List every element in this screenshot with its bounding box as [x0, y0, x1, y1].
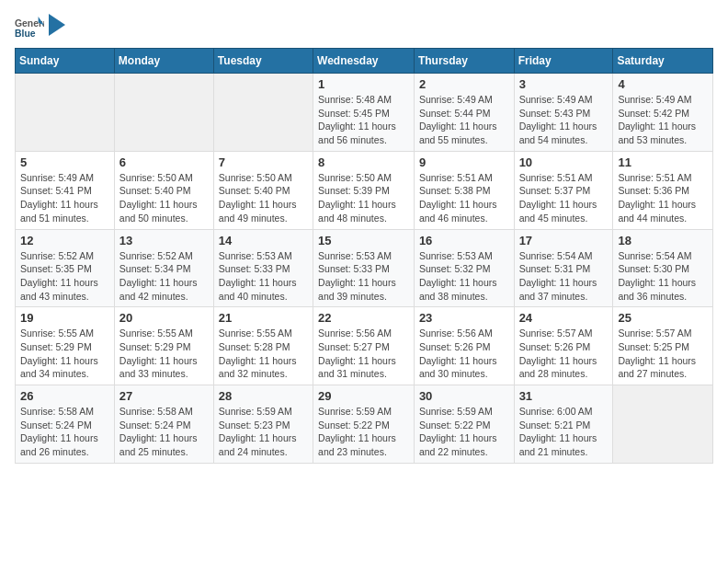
day-info: Sunrise: 5:59 AM Sunset: 5:22 PM Dayligh…: [318, 405, 409, 459]
day-info: Sunrise: 5:51 AM Sunset: 5:37 PM Dayligh…: [519, 171, 609, 225]
day-info: Sunrise: 5:58 AM Sunset: 5:24 PM Dayligh…: [119, 405, 209, 459]
day-info: Sunrise: 5:54 AM Sunset: 5:30 PM Dayligh…: [618, 249, 708, 304]
day-info: Sunrise: 5:50 AM Sunset: 5:39 PM Dayligh…: [318, 171, 409, 225]
day-number: 4: [618, 77, 708, 91]
calendar-week-5: 26Sunrise: 5:58 AM Sunset: 5:24 PM Dayli…: [16, 385, 713, 464]
calendar-cell: 16Sunrise: 5:53 AM Sunset: 5:32 PM Dayli…: [414, 229, 514, 307]
calendar-cell: 14Sunrise: 5:53 AM Sunset: 5:33 PM Dayli…: [213, 229, 313, 307]
day-info: Sunrise: 5:55 AM Sunset: 5:29 PM Dayligh…: [20, 327, 109, 381]
calendar-cell: 15Sunrise: 5:53 AM Sunset: 5:33 PM Dayli…: [313, 229, 415, 307]
calendar-cell: 5Sunrise: 5:49 AM Sunset: 5:41 PM Daylig…: [16, 151, 115, 229]
calendar-cell: 26Sunrise: 5:58 AM Sunset: 5:24 PM Dayli…: [16, 385, 115, 464]
day-number: 3: [519, 77, 609, 91]
calendar-cell: 22Sunrise: 5:56 AM Sunset: 5:27 PM Dayli…: [313, 307, 415, 385]
calendar-cell: 4Sunrise: 5:49 AM Sunset: 5:42 PM Daylig…: [613, 74, 713, 152]
day-info: Sunrise: 5:48 AM Sunset: 5:45 PM Dayligh…: [318, 93, 409, 147]
day-info: Sunrise: 5:57 AM Sunset: 5:26 PM Dayligh…: [519, 327, 609, 381]
day-info: Sunrise: 5:49 AM Sunset: 5:44 PM Dayligh…: [419, 93, 509, 147]
day-number: 21: [219, 311, 308, 325]
day-info: Sunrise: 5:49 AM Sunset: 5:41 PM Dayligh…: [20, 171, 109, 225]
weekday-header-tuesday: Tuesday: [213, 49, 313, 74]
day-number: 9: [419, 155, 509, 169]
day-number: 22: [318, 311, 409, 325]
svg-text:Blue: Blue: [15, 29, 36, 39]
day-number: 7: [219, 155, 308, 169]
day-info: Sunrise: 5:50 AM Sunset: 5:40 PM Dayligh…: [119, 171, 209, 225]
calendar-cell: 20Sunrise: 5:55 AM Sunset: 5:29 PM Dayli…: [114, 307, 213, 385]
day-info: Sunrise: 6:00 AM Sunset: 5:21 PM Dayligh…: [519, 405, 609, 459]
day-info: Sunrise: 5:49 AM Sunset: 5:42 PM Dayligh…: [618, 93, 708, 147]
day-info: Sunrise: 5:54 AM Sunset: 5:31 PM Dayligh…: [519, 249, 609, 304]
calendar-cell: 23Sunrise: 5:56 AM Sunset: 5:26 PM Dayli…: [414, 307, 514, 385]
calendar-cell: 30Sunrise: 5:59 AM Sunset: 5:22 PM Dayli…: [414, 385, 514, 464]
calendar-cell: [213, 74, 313, 152]
day-number: 27: [119, 389, 209, 403]
calendar-cell: 18Sunrise: 5:54 AM Sunset: 5:30 PM Dayli…: [613, 229, 713, 307]
day-number: 8: [318, 155, 409, 169]
calendar-cell: 13Sunrise: 5:52 AM Sunset: 5:34 PM Dayli…: [114, 229, 213, 307]
calendar-week-4: 19Sunrise: 5:55 AM Sunset: 5:29 PM Dayli…: [16, 307, 713, 385]
day-number: 16: [419, 234, 509, 247]
day-info: Sunrise: 5:49 AM Sunset: 5:43 PM Dayligh…: [519, 93, 609, 147]
weekday-header-sunday: Sunday: [16, 49, 115, 74]
day-number: 5: [20, 155, 109, 169]
calendar-week-1: 1Sunrise: 5:48 AM Sunset: 5:45 PM Daylig…: [16, 74, 713, 152]
day-info: Sunrise: 5:56 AM Sunset: 5:27 PM Dayligh…: [318, 327, 409, 381]
day-number: 24: [519, 311, 609, 325]
calendar-cell: 24Sunrise: 5:57 AM Sunset: 5:26 PM Dayli…: [514, 307, 613, 385]
day-info: Sunrise: 5:57 AM Sunset: 5:25 PM Dayligh…: [618, 327, 708, 381]
calendar-cell: 25Sunrise: 5:57 AM Sunset: 5:25 PM Dayli…: [613, 307, 713, 385]
calendar-cell: 31Sunrise: 6:00 AM Sunset: 5:21 PM Dayli…: [514, 385, 613, 464]
day-info: Sunrise: 5:52 AM Sunset: 5:35 PM Dayligh…: [20, 249, 109, 304]
day-info: Sunrise: 5:53 AM Sunset: 5:33 PM Dayligh…: [318, 249, 409, 304]
day-info: Sunrise: 5:50 AM Sunset: 5:40 PM Dayligh…: [219, 171, 308, 225]
logo: General Blue: [15, 15, 65, 40]
day-number: 15: [318, 234, 409, 247]
day-number: 1: [318, 77, 409, 91]
weekday-header-saturday: Saturday: [613, 49, 713, 74]
day-info: Sunrise: 5:56 AM Sunset: 5:26 PM Dayligh…: [419, 327, 509, 381]
calendar-cell: 1Sunrise: 5:48 AM Sunset: 5:45 PM Daylig…: [313, 74, 415, 152]
calendar-cell: 19Sunrise: 5:55 AM Sunset: 5:29 PM Dayli…: [16, 307, 115, 385]
day-info: Sunrise: 5:53 AM Sunset: 5:33 PM Dayligh…: [219, 249, 308, 304]
calendar-cell: [16, 74, 115, 152]
day-number: 12: [20, 234, 109, 247]
day-number: 18: [618, 234, 708, 247]
weekday-header-wednesday: Wednesday: [313, 49, 415, 74]
day-number: 26: [20, 389, 109, 403]
calendar-cell: [613, 385, 713, 464]
calendar-table: SundayMondayTuesdayWednesdayThursdayFrid…: [15, 48, 713, 464]
calendar-cell: 11Sunrise: 5:51 AM Sunset: 5:36 PM Dayli…: [613, 151, 713, 229]
day-number: 29: [318, 389, 409, 403]
day-number: 23: [419, 311, 509, 325]
day-number: 14: [219, 234, 308, 247]
calendar-cell: 6Sunrise: 5:50 AM Sunset: 5:40 PM Daylig…: [114, 151, 213, 229]
calendar-cell: [114, 74, 213, 152]
day-number: 6: [119, 155, 209, 169]
day-info: Sunrise: 5:53 AM Sunset: 5:32 PM Dayligh…: [419, 249, 509, 304]
day-number: 30: [419, 389, 509, 403]
day-info: Sunrise: 5:59 AM Sunset: 5:22 PM Dayligh…: [419, 405, 509, 459]
day-info: Sunrise: 5:51 AM Sunset: 5:36 PM Dayligh…: [618, 171, 708, 225]
page-header: General Blue: [15, 15, 713, 40]
calendar-cell: 9Sunrise: 5:51 AM Sunset: 5:38 PM Daylig…: [414, 151, 514, 229]
calendar-week-3: 12Sunrise: 5:52 AM Sunset: 5:35 PM Dayli…: [16, 229, 713, 307]
calendar-cell: 3Sunrise: 5:49 AM Sunset: 5:43 PM Daylig…: [514, 74, 613, 152]
day-info: Sunrise: 5:58 AM Sunset: 5:24 PM Dayligh…: [20, 405, 109, 459]
day-number: 11: [618, 155, 708, 169]
calendar-cell: 7Sunrise: 5:50 AM Sunset: 5:40 PM Daylig…: [213, 151, 313, 229]
calendar-cell: 10Sunrise: 5:51 AM Sunset: 5:37 PM Dayli…: [514, 151, 613, 229]
day-number: 2: [419, 77, 509, 91]
day-info: Sunrise: 5:59 AM Sunset: 5:23 PM Dayligh…: [219, 405, 308, 459]
svg-marker-3: [49, 14, 65, 36]
day-info: Sunrise: 5:55 AM Sunset: 5:29 PM Dayligh…: [119, 327, 209, 381]
day-info: Sunrise: 5:52 AM Sunset: 5:34 PM Dayligh…: [119, 249, 209, 304]
day-number: 28: [219, 389, 308, 403]
calendar-cell: 29Sunrise: 5:59 AM Sunset: 5:22 PM Dayli…: [313, 385, 415, 464]
day-number: 25: [618, 311, 708, 325]
weekday-header-monday: Monday: [114, 49, 213, 74]
day-number: 20: [119, 311, 209, 325]
calendar-cell: 21Sunrise: 5:55 AM Sunset: 5:28 PM Dayli…: [213, 307, 313, 385]
day-number: 10: [519, 155, 609, 169]
calendar-cell: 2Sunrise: 5:49 AM Sunset: 5:44 PM Daylig…: [414, 74, 514, 152]
